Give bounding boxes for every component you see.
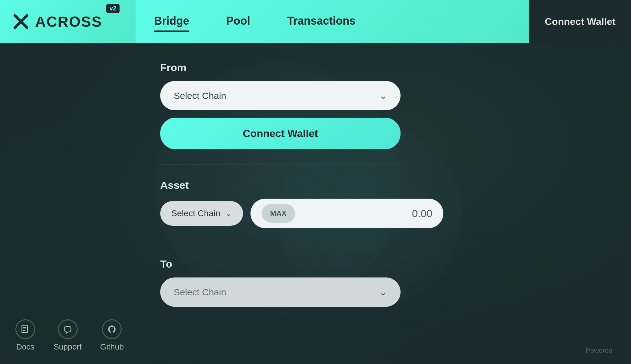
docs-icon: [15, 319, 35, 339]
from-section: From Select Chain ⌄ Connect Wallet: [160, 62, 401, 149]
asset-chain-chevron-icon: ⌄: [225, 209, 232, 218]
sidebar-item-docs[interactable]: Docs: [15, 319, 35, 352]
divider-2: [160, 243, 401, 243]
connect-wallet-header-button[interactable]: Connect Wallet: [529, 0, 631, 43]
logo-icon: [12, 13, 30, 30]
to-chain-select[interactable]: Select Chain ⌄: [160, 277, 401, 307]
support-label: Support: [54, 342, 82, 352]
github-icon: [102, 319, 122, 339]
powered-by-text: Powered: [586, 347, 613, 355]
sidebar-item-github[interactable]: Github: [100, 319, 124, 352]
connect-wallet-main-button[interactable]: Connect Wallet: [160, 118, 401, 149]
amount-input[interactable]: [301, 208, 432, 220]
to-section: To Select Chain ⌄: [160, 258, 401, 307]
main-nav: Bridge Pool Transactions: [136, 0, 529, 43]
main-content: From Select Chain ⌄ Connect Wallet Asset…: [136, 43, 631, 364]
to-label: To: [160, 258, 401, 270]
from-chain-select-label: Select Chain: [174, 91, 226, 101]
sidebar-item-support[interactable]: Support: [54, 319, 82, 352]
header: ACROSS v2 Bridge Pool Transactions Conne…: [0, 0, 631, 43]
asset-section: Asset Select Chain ⌄ MAX: [160, 179, 401, 228]
nav-transactions[interactable]: Transactions: [287, 11, 356, 32]
nav-pool[interactable]: Pool: [226, 11, 250, 32]
sidebar: Docs Support Github: [0, 43, 136, 364]
app-name: ACROSS: [35, 13, 102, 30]
version-badge: v2: [106, 4, 119, 13]
support-icon: [58, 319, 78, 339]
divider-1: [160, 164, 401, 164]
bridge-panel: From Select Chain ⌄ Connect Wallet Asset…: [160, 62, 401, 307]
github-label: Github: [100, 342, 124, 352]
sidebar-links: Docs Support Github: [0, 319, 136, 352]
asset-chain-select-label: Select Chain: [171, 208, 220, 218]
amount-input-wrapper: MAX: [250, 199, 443, 228]
nav-bridge[interactable]: Bridge: [154, 11, 189, 32]
logo-area: ACROSS v2: [0, 0, 136, 43]
to-chain-select-label: Select Chain: [174, 287, 226, 297]
from-label: From: [160, 62, 401, 74]
asset-label: Asset: [160, 179, 401, 191]
docs-label: Docs: [16, 342, 34, 352]
asset-row: Select Chain ⌄ MAX: [160, 199, 401, 228]
from-chain-chevron-icon: ⌄: [379, 90, 387, 101]
max-button[interactable]: MAX: [262, 204, 295, 223]
asset-chain-select[interactable]: Select Chain ⌄: [160, 201, 243, 226]
to-chain-chevron-icon: ⌄: [379, 287, 387, 297]
from-chain-select[interactable]: Select Chain ⌄: [160, 81, 401, 110]
